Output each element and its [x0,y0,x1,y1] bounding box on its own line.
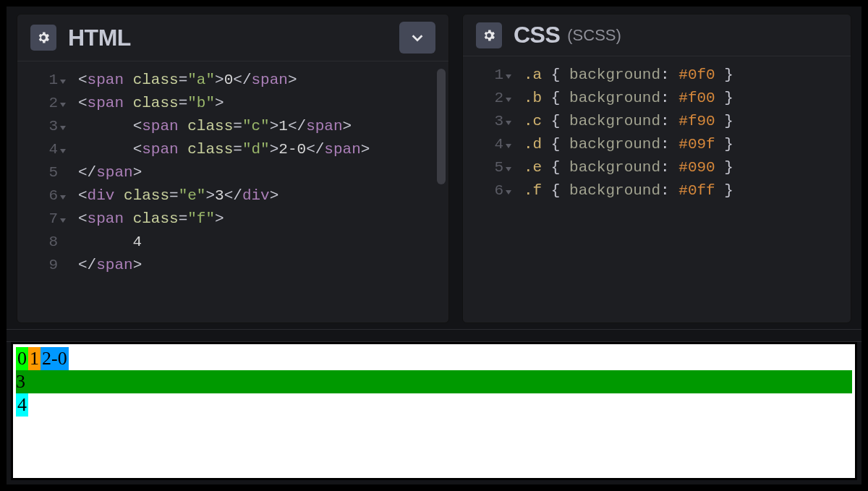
output-row-1: 012-0 [16,347,852,370]
gear-icon [482,28,496,43]
output-span-c: 1 [28,347,41,370]
css-gutter: 123456 [463,64,509,315]
output-separator[interactable] [7,329,861,342]
editor-row: HTML 123456789 <span class="a">0</span><… [7,7,861,329]
css-editor-pane: CSS (SCSS) 123456 .a { background: #0f0 … [462,14,851,323]
inner-frame: HTML 123456789 <span class="a">0</span><… [6,6,862,485]
html-pane-header: HTML [17,14,448,61]
html-expand-button[interactable] [399,22,435,54]
gear-icon [36,30,51,45]
css-pane-header: CSS (SCSS) [463,14,851,56]
html-settings-button[interactable] [30,25,56,51]
css-pane-title: CSS [514,22,560,48]
output-span-d: 2-0 [41,347,69,370]
output-span-b: 12-0 [28,347,69,370]
chevron-down-icon [409,30,425,46]
css-settings-button[interactable] [476,22,502,48]
html-pane-title: HTML [68,25,131,51]
html-code[interactable]: <span class="a">0</span><span class="b">… [64,69,448,315]
css-code[interactable]: .a { background: #0f0 }.b { background: … [509,64,851,315]
css-code-area[interactable]: 123456 .a { background: #0f0 }.b { backg… [463,56,851,323]
html-scrollbar[interactable] [437,69,446,184]
output-preview: 012-0 3 4 [11,342,857,480]
css-pane-subtitle: (SCSS) [567,26,621,45]
output-span-f: 4 [16,393,28,417]
output-div-e: 3 [16,370,852,393]
html-gutter: 123456789 [17,69,64,315]
html-editor-pane: HTML 123456789 <span class="a">0</span><… [17,14,449,323]
app-root: HTML 123456789 <span class="a">0</span><… [0,0,868,491]
html-code-area[interactable]: 123456789 <span class="a">0</span><span … [17,61,448,323]
output-span-a: 0 [16,347,28,370]
